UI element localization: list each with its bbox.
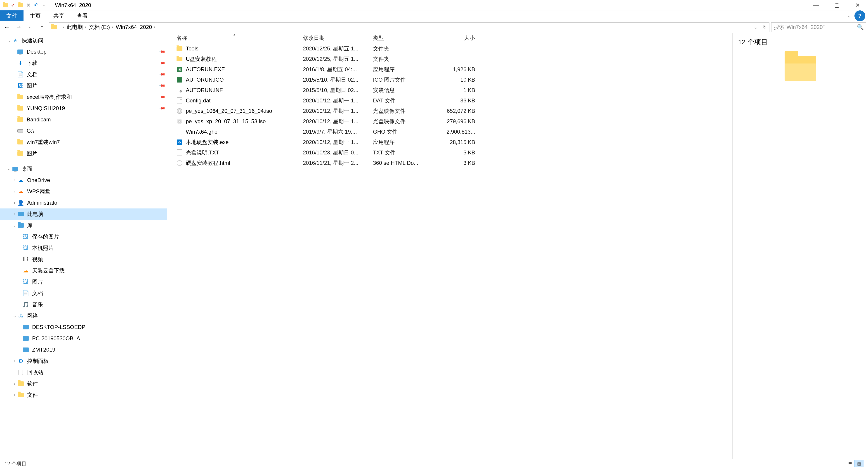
- file-row[interactable]: ⚙本地硬盘安装.exe2020/10/12, 星期一 1...应用程序28,31…: [167, 137, 733, 148]
- status-bar: 12 个项目 ☰ ▦: [0, 459, 868, 468]
- tree-control-panel[interactable]: ›⚙控制面板: [0, 355, 167, 367]
- qat-new-folder-icon[interactable]: [18, 2, 24, 8]
- file-row[interactable]: ▣AUTORUN.EXE2016/1/8, 星期五 04:...应用程序1,92…: [167, 64, 733, 74]
- column-date[interactable]: 修改日期: [300, 33, 370, 43]
- search-icon[interactable]: 🔍: [857, 24, 864, 30]
- up-button[interactable]: ↑: [37, 22, 47, 32]
- view-details-button[interactable]: ☰: [846, 460, 855, 467]
- file-rows: Tools2020/12/25, 星期五 1...文件夹U盘安装教程2020/1…: [167, 43, 733, 459]
- tree-zmt[interactable]: ZMT2019: [0, 344, 167, 355]
- tree-documents[interactable]: 📄文档📌: [0, 69, 167, 80]
- tree-software[interactable]: ›软件: [0, 378, 167, 389]
- maximize-button[interactable]: ▢: [827, 0, 847, 10]
- crumb-drive[interactable]: 文档 (E:)›: [88, 23, 114, 32]
- control-panel-icon: ⚙: [18, 358, 24, 364]
- tree-lib-music[interactable]: 🎵音乐: [0, 299, 167, 310]
- qat-undo-icon[interactable]: ↶: [33, 2, 39, 8]
- drive-icon: [17, 128, 24, 134]
- tree-administrator[interactable]: ›👤Administrator: [0, 197, 167, 209]
- tree-this-pc[interactable]: ›此电脑: [0, 209, 167, 220]
- file-row[interactable]: Win7x64.gho2019/9/7, 星期六 19:...GHO 文件2,9…: [167, 127, 733, 137]
- recent-locations-button[interactable]: ⌵: [25, 22, 35, 32]
- tree-yunqishi[interactable]: YUNQISHI2019📌: [0, 103, 167, 114]
- file-row[interactable]: U盘安装教程2020/12/25, 星期五 1...文件夹: [167, 54, 733, 64]
- file-type-icon: [176, 97, 183, 104]
- close-button[interactable]: ✕: [847, 0, 868, 10]
- file-row[interactable]: Config.dat2020/10/12, 星期一 1...DAT 文件36 K…: [167, 95, 733, 106]
- tab-view[interactable]: 查看: [70, 10, 94, 21]
- file-date: 2019/9/7, 星期六 19:...: [300, 128, 370, 135]
- file-size: 2,900,813...: [433, 129, 478, 135]
- qat-delete-icon[interactable]: ✕: [26, 2, 31, 8]
- tree-lib-pictures[interactable]: 🖼图片: [0, 276, 167, 288]
- tree-recycle-bin[interactable]: 回收站: [0, 367, 167, 378]
- tab-file[interactable]: 文件: [0, 10, 24, 21]
- column-name[interactable]: 名称▴: [167, 33, 300, 43]
- tree-files[interactable]: ›文件: [0, 389, 167, 401]
- tree-desktop-root[interactable]: ⌵桌面: [0, 163, 167, 175]
- tab-share[interactable]: 共享: [47, 10, 70, 21]
- tree-desktop[interactable]: Desktop📌: [0, 46, 167, 57]
- ribbon-expand-icon[interactable]: ⌵: [844, 10, 855, 21]
- file-type: 安装信息: [370, 87, 433, 94]
- tree-videos[interactable]: 🎞视频: [0, 254, 167, 265]
- crumb-this-pc[interactable]: 此电脑›: [65, 23, 88, 32]
- tree-network[interactable]: ⌵🖧网络: [0, 310, 167, 321]
- wps-icon: ☁: [18, 188, 24, 195]
- view-icons-button[interactable]: ▦: [855, 460, 864, 467]
- tree-saved-pictures[interactable]: 🖼保存的图片: [0, 231, 167, 242]
- file-size: 5 KB: [433, 150, 478, 156]
- navigation-tree[interactable]: ⌵★快速访问 Desktop📌 ⬇下载📌 📄文档📌 🖼图片📌 excel表格制作…: [0, 33, 167, 459]
- tree-wps[interactable]: ›☁WPS网盘: [0, 186, 167, 197]
- tree-onedrive[interactable]: ›☁OneDrive: [0, 175, 167, 186]
- tab-home[interactable]: 主页: [24, 10, 47, 21]
- tree-camera-roll[interactable]: 🖼本机照片: [0, 242, 167, 254]
- qat-properties-icon[interactable]: ✓: [10, 2, 16, 8]
- file-row[interactable]: AUTORUN.INF2015/5/10, 星期日 02...安装信息1 KB: [167, 85, 733, 95]
- file-type-icon: [176, 45, 183, 52]
- star-icon: ★: [12, 37, 19, 44]
- address-history-button[interactable]: ⌵: [751, 23, 760, 32]
- tree-desktop-lssoedp[interactable]: DESKTOP-LSSOEDP: [0, 321, 167, 333]
- tree-tianyi[interactable]: ☁天翼云盘下载: [0, 265, 167, 276]
- crumb-root-chevron[interactable]: ›: [59, 23, 65, 32]
- file-type: 光盘映像文件: [370, 118, 433, 125]
- navigation-row: ← → ⌵ ↑ › 此电脑› 文档 (E:)› Win7x64_2020› ⌵ …: [0, 21, 868, 33]
- folder-preview-icon: [784, 56, 816, 81]
- file-row[interactable]: 光盘说明.TXT2016/10/23, 星期日 0...TXT 文件5 KB: [167, 148, 733, 158]
- forward-button[interactable]: →: [13, 22, 24, 32]
- address-bar[interactable]: › 此电脑› 文档 (E:)› Win7x64_2020› ⌵ ↻: [49, 22, 770, 32]
- column-type[interactable]: 类型: [370, 33, 433, 43]
- file-row[interactable]: pe_yqs_xp_20_07_31_15_53.iso2020/10/12, …: [167, 116, 733, 127]
- qat-dropdown-icon[interactable]: ▾: [41, 2, 46, 8]
- tree-excel[interactable]: excel表格制作求和📌: [0, 91, 167, 103]
- refresh-button[interactable]: ↻: [760, 23, 769, 32]
- file-date: 2020/10/12, 星期一 1...: [300, 138, 370, 146]
- window-controls: — ▢ ✕: [806, 0, 868, 10]
- file-row[interactable]: Tools2020/12/25, 星期五 1...文件夹: [167, 43, 733, 54]
- tree-g-drive[interactable]: G:\: [0, 125, 167, 136]
- pictures-icon: 🖼: [17, 83, 24, 89]
- column-add[interactable]: [478, 33, 487, 43]
- file-row[interactable]: pe_yqs_1064_20_07_31_16_04.iso2020/10/12…: [167, 106, 733, 116]
- minimize-button[interactable]: —: [806, 0, 827, 10]
- file-type: 文件夹: [370, 55, 433, 63]
- tree-pictures[interactable]: 🖼图片📌: [0, 80, 167, 91]
- tree-downloads[interactable]: ⬇下载📌: [0, 57, 167, 69]
- crumb-folder[interactable]: Win7x64_2020›: [114, 23, 156, 32]
- tree-win7reinstall[interactable]: win7重装win7: [0, 136, 167, 148]
- tree-quick-access[interactable]: ⌵★快速访问: [0, 35, 167, 46]
- search-input[interactable]: 搜索"Win7x64_2020" 🔍: [771, 22, 866, 32]
- back-button[interactable]: ←: [2, 22, 12, 32]
- tree-bandicam[interactable]: Bandicam: [0, 114, 167, 125]
- tree-libraries[interactable]: ⌵库: [0, 220, 167, 231]
- help-button[interactable]: ?: [855, 10, 865, 21]
- tree-lib-documents[interactable]: 📄文档: [0, 288, 167, 299]
- tree-pc-2019[interactable]: PC-20190530OBLA: [0, 333, 167, 344]
- column-size[interactable]: 大小: [433, 33, 478, 43]
- file-type-icon: ▣: [176, 66, 183, 72]
- tree-pictures2[interactable]: 图片: [0, 148, 167, 159]
- file-row[interactable]: AUTORUN.ICO2015/5/10, 星期日 02...ICO 图片文件1…: [167, 74, 733, 85]
- file-row[interactable]: 硬盘安装教程.html2016/11/21, 星期一 2...360 se HT…: [167, 158, 733, 168]
- documents-icon: 📄: [23, 290, 29, 297]
